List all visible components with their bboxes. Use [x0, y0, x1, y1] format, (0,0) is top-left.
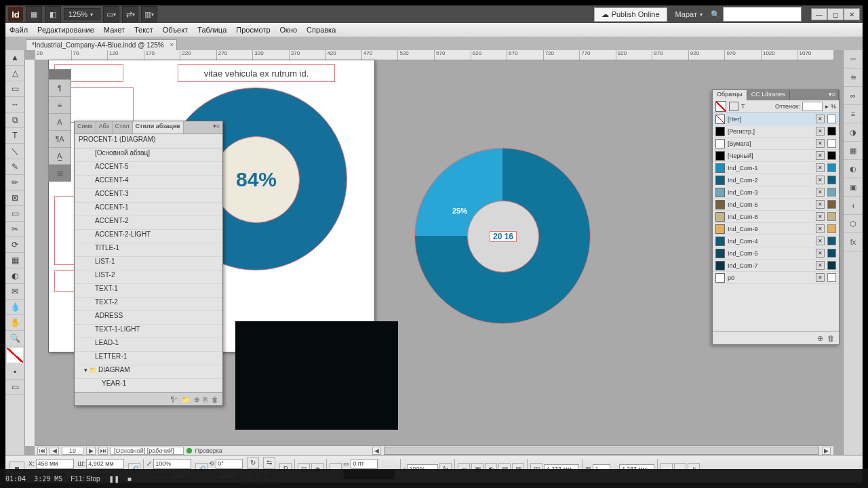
paragraph-styles-panel[interactable]: Симв Абз Стил Стили абзацев ▾≡ PROCENT-1…	[74, 121, 223, 406]
paragraph-style-item[interactable]: ACCENT-5	[75, 162, 222, 176]
paragraph-style-item[interactable]: TITLE-1	[75, 243, 222, 257]
pencil-tool[interactable]: ✏	[5, 175, 24, 190]
hand-tool[interactable]: ✋	[5, 315, 24, 331]
tint-arrow-icon[interactable]: ▸ %	[825, 103, 836, 110]
menu-file[interactable]: Файл	[9, 26, 28, 34]
swatch-row[interactable]: p0✕	[713, 272, 839, 284]
stock-icon[interactable]: ◧	[45, 6, 61, 22]
swatch-row[interactable]: Ind_Com-8✕	[713, 211, 839, 223]
paragraph-style-item[interactable]: TEXT-1	[75, 284, 222, 298]
gradient-icon[interactable]: ◐	[844, 160, 863, 178]
para-style-icon[interactable]: ¶A	[49, 130, 71, 147]
menu-help[interactable]: Справка	[307, 26, 336, 34]
page-tool[interactable]: ▭	[5, 81, 24, 97]
x-field[interactable]: 458 мм	[36, 459, 74, 469]
scroll-left-button[interactable]: ◀	[372, 447, 381, 455]
char-style-icon[interactable]: A	[49, 113, 71, 130]
stroke-icon[interactable]: ≡	[844, 105, 863, 123]
arrange-icon[interactable]: ▥▾	[141, 6, 157, 22]
character-dock[interactable]: ¶ ≡ A ¶A A̲ ⊞	[48, 69, 71, 182]
swatch-row[interactable]: Ind_Com-4✕	[713, 235, 839, 247]
next-page-button[interactable]: ▶	[86, 447, 96, 455]
type-tool[interactable]: T	[5, 128, 24, 144]
paragraph-style-item[interactable]: ADRESS	[75, 311, 222, 325]
paragraph-style-item[interactable]: ACCENT-4	[75, 176, 222, 189]
stroke-proxy[interactable]	[729, 102, 738, 111]
paragraph-style-item[interactable]: ACCENT-2-LIGHT	[75, 230, 222, 243]
panel-menu-icon[interactable]: ▾≡	[826, 90, 839, 100]
link-icon[interactable]: ⎘	[203, 396, 208, 403]
paragraph-style-item[interactable]: ACCENT-2	[75, 216, 222, 230]
char-panel-icon[interactable]: ¶	[49, 79, 71, 96]
bridge-icon[interactable]: ▦	[26, 6, 42, 22]
rotate-field[interactable]: 0°	[216, 459, 243, 469]
close-button[interactable]: ✕	[844, 8, 860, 20]
rectangle-frame-tool[interactable]: ⊠	[5, 190, 24, 206]
formatting-text-icon[interactable]: T	[741, 103, 745, 110]
publish-online-button[interactable]: ☁ Publish Online	[594, 7, 667, 22]
zoom-select[interactable]: 125%▾	[64, 8, 100, 20]
effects-icon[interactable]: fx	[844, 233, 863, 251]
apply-color-icon[interactable]: ▪	[5, 364, 24, 380]
menu-layout[interactable]: Макет	[104, 26, 125, 34]
donut-year-label[interactable]: 20 16	[490, 231, 517, 242]
tab-char[interactable]: Симв	[75, 121, 96, 134]
eyedropper-tool[interactable]: 💧	[5, 300, 24, 315]
page-field[interactable]: 19	[62, 447, 83, 455]
line-tool[interactable]: ＼	[5, 144, 24, 159]
horizontal-scrollbar[interactable]	[384, 447, 819, 455]
tab-cstyle[interactable]: Стил	[113, 121, 133, 134]
selection-tool[interactable]: ▲	[5, 50, 24, 66]
zoom-tool[interactable]: 🔍	[5, 331, 24, 346]
scroll-right-button[interactable]: ▶	[822, 447, 831, 455]
image-frame[interactable]	[235, 321, 398, 430]
swatches-panel[interactable]: Образцы CC Libraries ▾≡ T Оттенок: ▸ % […	[712, 89, 840, 345]
last-page-button[interactable]: ⏭	[98, 447, 108, 455]
w-field[interactable]: 4,902 мм	[86, 459, 124, 469]
paragraph-style-item[interactable]: ACCENT-1	[75, 203, 222, 216]
fill-stroke-swatch[interactable]	[7, 348, 23, 363]
paragraph-style-item[interactable]: LIST-1	[75, 257, 222, 270]
pen-tool[interactable]: ✎	[5, 159, 24, 175]
paragraph-style-item[interactable]: YEAR-1	[75, 379, 222, 392]
workspace-select[interactable]: Марат ▾	[670, 10, 708, 18]
tint-field[interactable]	[802, 102, 823, 111]
swatch-row[interactable]: Ind_Com-7✕	[713, 260, 839, 272]
layer-select[interactable]: [Основной] [рабочий]	[111, 447, 184, 455]
story-icon[interactable]: ⊞	[49, 164, 71, 181]
swatch-row[interactable]: Ind_Com-6✕	[713, 199, 839, 211]
links-icon[interactable]: ∞	[844, 87, 863, 105]
screen-mode-icon[interactable]: ⇄▾	[122, 6, 138, 22]
paragraph-style-item[interactable]: LEAD-1	[75, 338, 222, 352]
color-icon[interactable]: ◑	[844, 123, 863, 142]
free-transform-tool[interactable]: ⟳	[5, 237, 24, 253]
gap-tool[interactable]: ↔	[5, 97, 24, 113]
swatch-row[interactable]: [Нет]✕	[713, 113, 839, 125]
preflight-label[interactable]: Проверка	[195, 447, 222, 454]
paragraph-style-item[interactable]: LIST-2	[75, 270, 222, 284]
swatch-row[interactable]: Ind_Com-3✕	[713, 186, 839, 199]
tab-swatches[interactable]: Образцы	[713, 90, 747, 100]
clear-override-icon[interactable]: ¶⁺	[171, 396, 178, 403]
note-tool[interactable]: ✉	[5, 284, 24, 300]
delete-icon[interactable]: 🗑	[212, 396, 218, 403]
stroke-field[interactable]: 0 пт	[351, 459, 378, 469]
paragraph-panel-icon[interactable]: ≡	[49, 96, 71, 113]
paragraph-style-item[interactable]: [Основной абзац]	[75, 148, 222, 162]
menu-table[interactable]: Таблица	[197, 26, 226, 34]
rotate-cw-icon[interactable]: ↻	[247, 457, 259, 469]
swatch-row[interactable]: [Регистр.]✕	[713, 125, 839, 138]
close-tab-icon[interactable]: ×	[170, 41, 173, 48]
flip-h-icon[interactable]: ⇋	[263, 457, 275, 469]
paragraph-style-item[interactable]: TEXT-2	[75, 298, 222, 311]
scissors-tool[interactable]: ✂	[5, 222, 24, 237]
menu-object[interactable]: Объект	[163, 26, 188, 34]
screen-mode-toggle[interactable]: ▭	[5, 380, 24, 395]
content-collector-tool[interactable]: ⧉	[5, 113, 24, 128]
stop-icon[interactable]: ■	[127, 475, 132, 483]
prev-page-button[interactable]: ◀	[50, 447, 59, 455]
delete-swatch-icon[interactable]: 🗑	[827, 334, 835, 342]
pages-icon[interactable]: ▫▫	[844, 50, 863, 68]
new-style-icon[interactable]: ⊕	[194, 396, 199, 403]
swatch-row[interactable]: Ind_Com-5✕	[713, 247, 839, 260]
